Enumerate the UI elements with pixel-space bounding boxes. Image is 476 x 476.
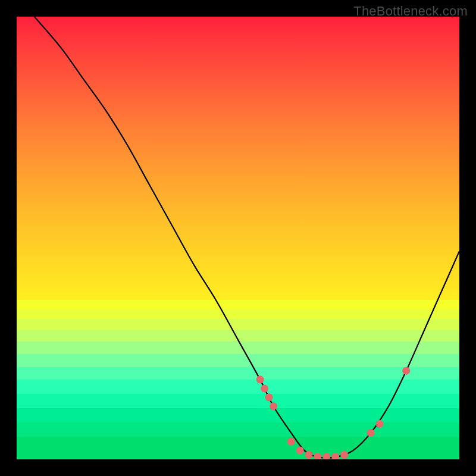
sample-marker [256,376,264,384]
bottleneck-curve [35,17,459,458]
sample-marker [287,438,295,446]
sample-marker [367,429,375,437]
sample-marker [376,420,384,428]
sample-marker [296,447,304,455]
sample-marker [322,453,330,459]
sample-marker [305,451,313,459]
watermark: TheBottleneck.com [353,4,468,19]
sample-marker [261,385,268,393]
sample-marker [314,453,321,459]
sample-marker [270,402,277,410]
sample-markers-group [256,367,411,459]
sample-marker [331,453,339,459]
sample-marker [340,451,348,459]
chart-plot-area [17,17,459,459]
sample-marker [265,393,273,401]
chart-svg [17,17,459,459]
sample-marker [402,367,410,375]
